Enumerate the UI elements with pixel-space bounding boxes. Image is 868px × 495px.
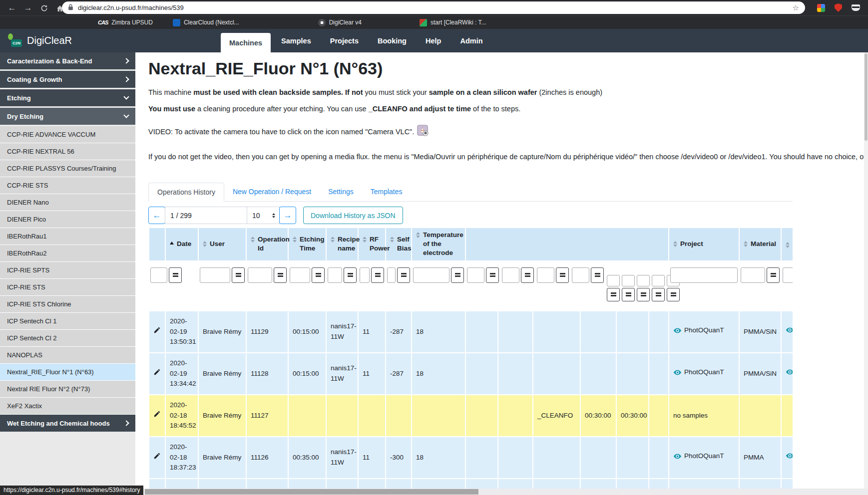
filter-input-extra[interactable] — [607, 275, 620, 286]
sidebar-item-coating-growth[interactable]: Coating & Growth — [0, 71, 135, 88]
filter-menu-button[interactable] — [312, 267, 325, 283]
incognito-extension-icon[interactable] — [852, 4, 860, 11]
sidebar-item-icp-rie-spts[interactable]: ICP-RIE SPTS — [0, 262, 135, 279]
filter-menu-button[interactable] — [169, 267, 182, 283]
filter-input-rf-power[interactable] — [360, 267, 370, 283]
filter-input-extra[interactable] — [652, 275, 665, 286]
filter-menu-button[interactable] — [667, 288, 680, 301]
sidebar-item-wet-etching-and-chemical-hoods[interactable]: Wet Etching and Chemical hoods — [0, 415, 135, 432]
col-header-rf-power[interactable]: RF Power — [358, 228, 386, 261]
filter-input-extra[interactable] — [537, 267, 554, 283]
sidebar-item-caracterization-back-end[interactable]: Caracterization & Back-End — [0, 52, 135, 69]
tab-operations-history[interactable]: Operations History — [148, 183, 224, 202]
filter-input-date[interactable] — [150, 267, 167, 283]
sidebar-item-nextral-rie-fluor-n-2-n-73[interactable]: Nextral RIE Fluor N°2 (N°73) — [0, 381, 135, 398]
col-header-material[interactable]: Material — [739, 228, 781, 261]
filter-menu-button[interactable] — [397, 267, 410, 283]
col-header-operation-id[interactable]: Operation Id — [246, 228, 288, 261]
filter-menu-button[interactable] — [767, 267, 780, 283]
filter-input-self-bias[interactable] — [387, 267, 396, 283]
filter-menu-button[interactable] — [232, 267, 245, 283]
filter-menu-button[interactable] — [274, 267, 287, 283]
sidebar-item-ccp-rie-nextral-56[interactable]: CCP-RIE NEXTRAL 56 — [0, 143, 135, 160]
sidebar-item-xef2-xactix[interactable]: XeF2 Xactix — [0, 398, 135, 415]
app-nav-item-admin[interactable]: Admin — [451, 29, 491, 52]
page-indicator[interactable]: 1 / 299 — [165, 207, 247, 224]
sidebar-item-icp-sentech-cl-1[interactable]: ICP Sentech Cl 1 — [0, 313, 135, 330]
filter-input-etching-time[interactable] — [290, 267, 310, 283]
bookmark-start-clearwiki-t[interactable]: start [CleaRWiki : T... — [420, 19, 486, 26]
col-header-etching-time[interactable]: Etching Time — [288, 228, 326, 261]
bookmark-digiclear-v4[interactable]: DigiClear v4 — [318, 19, 362, 26]
forward-icon[interactable]: → — [20, 0, 36, 15]
col-header-date[interactable]: Date — [165, 228, 198, 261]
sidebar-item-ccp-rie-sts[interactable]: CCP-RIE STS — [0, 177, 135, 194]
filter-menu-button[interactable] — [652, 288, 665, 301]
next-page-button[interactable]: → — [279, 207, 296, 224]
download-history-button[interactable]: Download History as JSON — [303, 207, 403, 224]
filter-input-recipe-name[interactable] — [328, 267, 342, 283]
tab-settings[interactable]: Settings — [320, 183, 362, 201]
filter-menu-button[interactable] — [451, 267, 464, 283]
filter-input-extra[interactable] — [467, 267, 484, 283]
sidebar-item-icp-sentech-cl-2[interactable]: ICP Sentech Cl 2 — [0, 330, 135, 347]
filter-input-overflow[interactable] — [783, 267, 793, 283]
filter-menu-button[interactable] — [556, 267, 569, 283]
filter-menu-button[interactable] — [607, 288, 620, 301]
sidebar-item-ccp-rie-plassys-courses-training[interactable]: CCP-RIE PLASSYS Courses/Training — [0, 160, 135, 177]
filter-menu-button[interactable] — [486, 267, 499, 283]
filter-input-user[interactable] — [200, 267, 230, 283]
back-icon[interactable]: ← — [4, 0, 20, 15]
project-link[interactable]: PhotOQuanT — [673, 325, 724, 335]
filter-menu-button[interactable] — [521, 267, 534, 283]
edit-operation-button[interactable] — [153, 368, 161, 376]
app-nav-item-machines[interactable]: Machines — [221, 33, 271, 52]
filter-menu-button[interactable] — [591, 267, 604, 283]
project-link[interactable]: PhotOQuanT — [673, 367, 724, 377]
sidebar-item-diener-pico[interactable]: DIENER Pico — [0, 211, 135, 228]
sidebar-item-etching[interactable]: Etching — [0, 89, 135, 106]
sidebar-item-dry-etching[interactable]: Dry Etching — [0, 108, 135, 125]
project-link[interactable]: PhotOQuanT — [673, 451, 724, 461]
sidebar-item-nextral-rie-fluor-n-1-n-63[interactable]: Nextral_RIE_Fluor N°1 (N°63) — [0, 364, 135, 381]
edit-operation-button[interactable] — [153, 326, 161, 334]
sidebar-item-icp-rie-sts[interactable]: ICP-RIE STS — [0, 279, 135, 296]
bookmark-zimbra-upsud[interactable]: Zimbra UPSUD — [98, 19, 153, 26]
app-nav-item-booking[interactable]: Booking — [369, 29, 415, 52]
edit-operation-button[interactable] — [153, 452, 161, 460]
star-icon[interactable]: ☆ — [793, 3, 799, 12]
project-link[interactable]: no samples — [673, 411, 708, 421]
google-extension-icon[interactable] — [817, 4, 825, 12]
edit-operation-button[interactable] — [153, 410, 161, 418]
tab-templates[interactable]: Templates — [362, 183, 411, 201]
sidebar-item-iberothrau2[interactable]: IBERothRau2 — [0, 245, 135, 262]
filter-input-temperature[interactable] — [413, 267, 449, 283]
filter-menu-button[interactable] — [344, 267, 357, 283]
filter-menu-button[interactable] — [371, 267, 384, 283]
filter-menu-button[interactable] — [622, 288, 635, 301]
filter-input-extra[interactable] — [637, 275, 650, 286]
filter-input-material[interactable] — [741, 267, 765, 283]
prev-page-button[interactable]: ← — [148, 207, 165, 224]
app-nav-item-samples[interactable]: Samples — [273, 29, 320, 52]
filter-input-operation-id[interactable] — [248, 267, 272, 283]
sidebar-item-diener-nano[interactable]: DIENER Nano — [0, 194, 135, 211]
sidebar-item-nanoplas[interactable]: NANOPLAS — [0, 347, 135, 364]
page-size-select[interactable]: 10 — [247, 207, 280, 224]
reload-icon[interactable] — [36, 0, 52, 15]
col-header-user[interactable]: User — [198, 228, 246, 261]
sidebar-item-iberothrau1[interactable]: IBERothRau1 — [0, 228, 135, 245]
col-header-project[interactable]: Project — [669, 228, 739, 261]
filter-input-extra[interactable] — [622, 275, 635, 286]
bookmark-clearcloud-nextcl[interactable]: ClearCloud (Nextcl... — [173, 19, 239, 26]
vertical-scrollbar-thumb[interactable] — [865, 53, 868, 141]
filter-input-extra[interactable] — [502, 267, 519, 283]
sidebar-item-ccp-rie-advance-vaccum[interactable]: CCP-RIE ADVANCE VACCUM — [0, 126, 135, 143]
address-bar[interactable]: digiclear.c2n.u-psud.fr/machines/539 ☆ — [62, 1, 805, 14]
col-header-temperature[interactable]: Temperature of the electrode — [412, 228, 465, 261]
tab-new-operation-request[interactable]: New Operation / Request — [224, 183, 320, 201]
filter-input-extra[interactable] — [572, 267, 589, 283]
sidebar-item-icp-rie-sts-chlorine[interactable]: ICP-RIE STS Chlorine — [0, 296, 135, 313]
filter-input-project[interactable] — [670, 267, 738, 283]
col-header-recipe-name[interactable]: Recipe name — [326, 228, 358, 261]
